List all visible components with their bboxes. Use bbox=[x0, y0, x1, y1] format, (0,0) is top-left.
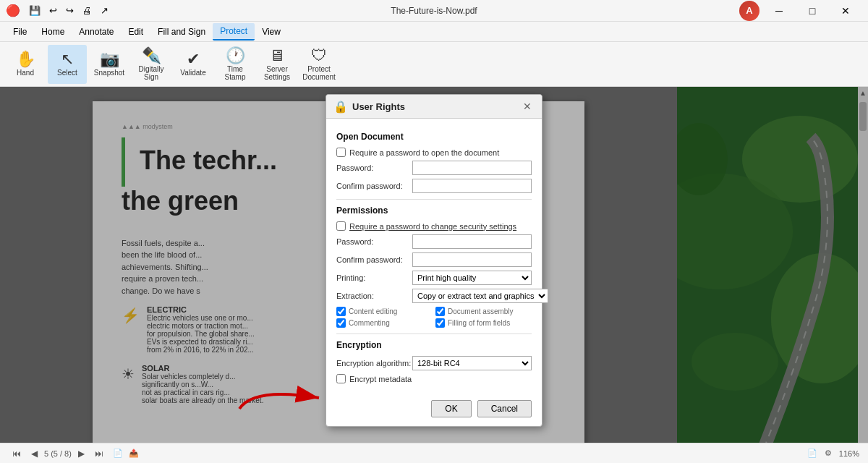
extraction-select[interactable]: Copy or extract text and graphics bbox=[412, 289, 548, 303]
extraction-row: Extraction: Copy or extract text and gra… bbox=[336, 289, 532, 303]
dialog-overlay: 🔒 User Rights ✕ Open Document Require a … bbox=[0, 87, 868, 443]
avatar[interactable]: A bbox=[739, 1, 760, 21]
quick-access-undo[interactable]: ↩ bbox=[49, 5, 57, 16]
tool-digitally-sign-label: DigitallySign bbox=[138, 65, 163, 81]
document-assembly-checkbox[interactable] bbox=[435, 307, 445, 316]
require-permissions-password-checkbox[interactable] bbox=[336, 221, 346, 231]
menu-file[interactable]: File bbox=[6, 24, 34, 40]
encryption-algorithm-row: Encryption algorithm: 128-bit RC4 bbox=[336, 356, 532, 370]
cancel-button[interactable]: Cancel bbox=[477, 400, 532, 417]
encrypt-metadata-checkbox[interactable] bbox=[336, 374, 346, 383]
open-confirm-password-label: Confirm password: bbox=[336, 182, 412, 190]
encryption-algorithm-select[interactable]: 128-bit RC4 bbox=[412, 356, 532, 370]
form-fields-checkbox[interactable] bbox=[435, 318, 445, 328]
permissions-confirm-password-row: Confirm password: bbox=[336, 252, 532, 267]
dialog-close-button[interactable]: ✕ bbox=[520, 99, 535, 114]
protect-icon: 🛡 bbox=[311, 48, 327, 64]
file-icon: 📄 bbox=[807, 449, 817, 458]
quick-access-redo[interactable]: ↪ bbox=[66, 5, 74, 16]
tool-validate-label: Validate bbox=[180, 69, 205, 77]
encryption-heading: Encryption bbox=[336, 340, 532, 352]
window-title: The-Future-is-Now.pdf bbox=[391, 6, 477, 16]
first-page-button[interactable]: ⏮ bbox=[9, 447, 25, 460]
tool-hand[interactable]: ✋ Hand bbox=[6, 45, 45, 84]
open-confirm-password-input[interactable] bbox=[412, 179, 532, 193]
window-controls[interactable]: ─ □ ✕ bbox=[762, 0, 862, 22]
commenting-checkbox[interactable] bbox=[336, 318, 346, 328]
content-editing-checkbox[interactable] bbox=[336, 307, 346, 316]
encrypt-metadata-label: Encrypt metadata bbox=[349, 375, 412, 383]
permissions-checks: Content editing Document assembly Commen… bbox=[336, 307, 532, 328]
require-open-password-label: Require a password to open the document bbox=[349, 148, 499, 157]
tool-timestamp[interactable]: 🕐 TimeStamp bbox=[216, 45, 255, 84]
tool-server-label: ServerSettings bbox=[264, 65, 290, 81]
minimize-button[interactable]: ─ bbox=[762, 0, 796, 22]
tool-timestamp-label: TimeStamp bbox=[225, 65, 246, 81]
select-icon: ↖ bbox=[61, 51, 74, 67]
commenting-label: Commenting bbox=[349, 319, 390, 327]
form-fields-label: Filling of form fields bbox=[448, 319, 510, 327]
quick-access-save[interactable]: 💾 bbox=[29, 5, 41, 16]
user-rights-dialog: 🔒 User Rights ✕ Open Document Require a … bbox=[326, 94, 542, 427]
open-password-row: Password: bbox=[336, 161, 532, 175]
quick-access-share[interactable]: ↗ bbox=[101, 5, 109, 16]
next-page-button[interactable]: ▶ bbox=[75, 447, 88, 460]
dialog-title: User Rights bbox=[352, 101, 405, 112]
open-password-label: Password: bbox=[336, 163, 412, 172]
document-assembly-label: Document assembly bbox=[448, 307, 514, 315]
encrypt-metadata-row: Encrypt metadata bbox=[336, 374, 532, 383]
maximize-button[interactable]: □ bbox=[796, 0, 829, 22]
dialog-footer: OK Cancel bbox=[326, 394, 542, 426]
menu-protect[interactable]: Protect bbox=[213, 23, 255, 41]
title-bar-left: 🔴 💾 ↩ ↪ 🖨 ↗ bbox=[6, 4, 109, 17]
dialog-title-bar: 🔒 User Rights ✕ bbox=[326, 95, 542, 119]
extraction-label: Extraction: bbox=[336, 292, 412, 300]
share-icon[interactable]: 📤 bbox=[129, 449, 139, 458]
document-assembly-check: Document assembly bbox=[435, 307, 532, 316]
tool-select[interactable]: ↖ Select bbox=[48, 45, 87, 84]
tool-hand-label: Hand bbox=[17, 69, 34, 77]
page-navigation: ⏮ ◀ 5 (5 / 8) ▶ ⏭ bbox=[9, 447, 107, 460]
zoom-level: 116% bbox=[839, 449, 859, 458]
content-editing-check: Content editing bbox=[336, 307, 433, 316]
open-password-input[interactable] bbox=[412, 161, 532, 175]
printing-label: Printing: bbox=[336, 273, 412, 282]
dialog-title-bar-left: 🔒 User Rights bbox=[333, 100, 405, 114]
tool-snapshot[interactable]: 📷 Snapshot bbox=[90, 45, 129, 84]
require-open-password-checkbox[interactable] bbox=[336, 148, 346, 157]
tool-protect-document[interactable]: 🛡 ProtectDocument bbox=[299, 45, 339, 84]
quick-access-print[interactable]: 🖨 bbox=[82, 5, 92, 16]
menu-edit[interactable]: Edit bbox=[121, 24, 150, 40]
require-permissions-password-row: Require a password to change security se… bbox=[336, 221, 532, 231]
encryption-algorithm-label: Encryption algorithm: bbox=[336, 359, 412, 368]
close-button[interactable]: ✕ bbox=[829, 0, 862, 22]
tool-protect-label: ProtectDocument bbox=[302, 65, 336, 81]
permissions-password-row: Password: bbox=[336, 234, 532, 249]
permissions-confirm-password-input[interactable] bbox=[412, 252, 532, 267]
require-open-password-row: Require a password to open the document bbox=[336, 148, 532, 157]
page-info: 5 (5 / 8) bbox=[44, 449, 72, 458]
printing-select[interactable]: Print high quality bbox=[412, 271, 532, 285]
ok-button[interactable]: OK bbox=[431, 400, 471, 417]
tool-server-settings[interactable]: 🖥 ServerSettings bbox=[258, 45, 297, 84]
validate-icon: ✔ bbox=[187, 51, 200, 67]
printing-row: Printing: Print high quality bbox=[336, 271, 532, 285]
snapshot-icon: 📷 bbox=[100, 51, 119, 67]
tool-snapshot-label: Snapshot bbox=[94, 69, 124, 77]
menu-fill-sign[interactable]: Fill and Sign bbox=[150, 24, 213, 40]
export-icon[interactable]: 📄 bbox=[113, 449, 123, 458]
main-area: ▲▲▲ modystem The techr...the green Fossi… bbox=[0, 87, 868, 443]
permissions-password-input[interactable] bbox=[412, 234, 532, 249]
form-fields-check: Filling of form fields bbox=[435, 318, 532, 328]
divider-1 bbox=[336, 199, 532, 200]
prev-page-button[interactable]: ◀ bbox=[27, 447, 41, 460]
menu-view[interactable]: View bbox=[255, 24, 288, 40]
menu-annotate[interactable]: Annotate bbox=[72, 24, 121, 40]
last-page-button[interactable]: ⏭ bbox=[91, 447, 107, 460]
tool-digitally-sign[interactable]: ✒️ DigitallySign bbox=[132, 45, 171, 84]
tool-validate[interactable]: ✔ Validate bbox=[174, 45, 213, 84]
app-icon: 🔴 bbox=[6, 4, 20, 17]
permissions-password-label: Password: bbox=[336, 237, 412, 246]
menu-home[interactable]: Home bbox=[34, 24, 72, 40]
settings-icon[interactable]: ⚙ bbox=[825, 449, 832, 458]
